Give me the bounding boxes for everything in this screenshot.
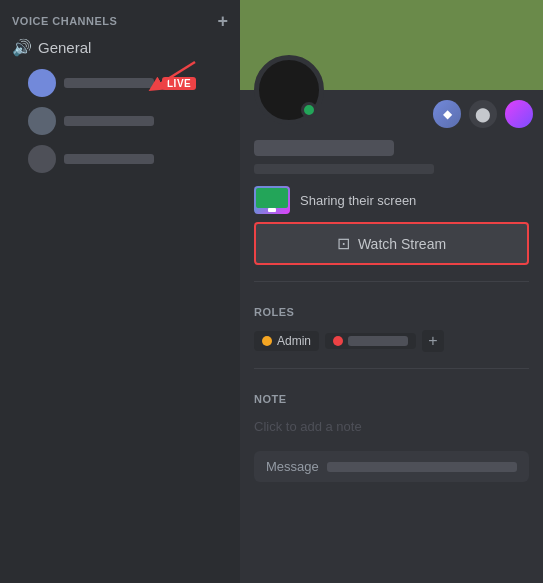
note-area[interactable]: Click to add a note — [254, 417, 529, 435]
profile-banner: ◆ ⬤ — [240, 0, 543, 90]
add-channel-button[interactable]: + — [214, 12, 232, 30]
role-chip-user — [325, 333, 416, 349]
note-section-label: NOTE — [254, 393, 529, 405]
message-blur — [327, 462, 517, 472]
roles-row: Admin + — [254, 330, 529, 352]
general-channel-label: General — [38, 39, 91, 56]
role-dot-yellow — [262, 336, 272, 346]
watch-stream-label: Watch Stream — [358, 236, 446, 252]
watch-stream-icon: ⊡ — [337, 234, 350, 253]
user-list: LIVE — [0, 65, 240, 177]
avatar — [28, 69, 56, 97]
username-blur — [64, 78, 154, 88]
username-blur — [64, 154, 154, 164]
sharing-screen-icon — [254, 186, 290, 214]
message-label: Message — [266, 459, 319, 474]
live-badge: LIVE — [162, 77, 196, 90]
voice-channels-header: VOICE CHANNELS + — [0, 8, 240, 34]
avatar — [28, 145, 56, 173]
role-dot-red — [333, 336, 343, 346]
profile-subtext — [254, 164, 434, 174]
general-channel[interactable]: 🔊 General — [0, 34, 240, 61]
main-panel: ◆ ⬤ Sharing their screen ⊡ Watch Stream … — [240, 0, 543, 583]
game-icon[interactable] — [505, 100, 533, 128]
watch-stream-button[interactable]: ⊡ Watch Stream — [254, 222, 529, 265]
role-chip-admin: Admin — [254, 331, 319, 351]
sharing-screen-row: Sharing their screen — [254, 186, 529, 214]
sidebar: VOICE CHANNELS + 🔊 General LIVE — [0, 0, 240, 583]
list-item[interactable]: LIVE — [20, 65, 240, 101]
profile-avatar — [254, 55, 324, 125]
nitro-icon[interactable]: ◆ — [433, 100, 461, 128]
username-blur — [64, 116, 154, 126]
sharing-label: Sharing their screen — [300, 193, 416, 208]
list-item[interactable] — [20, 141, 240, 177]
status-dot — [301, 102, 317, 118]
roles-section-label: ROLES — [254, 306, 529, 318]
admin-role-label: Admin — [277, 334, 311, 348]
message-input-row[interactable]: Message — [254, 451, 529, 482]
section-divider — [254, 281, 529, 282]
avatar — [28, 107, 56, 135]
more-options-icon[interactable]: ⬤ — [469, 100, 497, 128]
profile-content: Sharing their screen ⊡ Watch Stream ROLE… — [240, 90, 543, 583]
list-item[interactable] — [20, 103, 240, 139]
add-role-button[interactable]: + — [422, 330, 444, 352]
voice-channels-label: VOICE CHANNELS — [12, 15, 117, 27]
profile-avatar-wrap — [254, 55, 324, 125]
note-placeholder: Click to add a note — [254, 419, 362, 434]
profile-name — [254, 140, 394, 156]
section-divider-2 — [254, 368, 529, 369]
role-name-blur — [348, 336, 408, 346]
profile-actions: ◆ ⬤ — [433, 100, 533, 128]
speaker-icon: 🔊 — [12, 38, 32, 57]
